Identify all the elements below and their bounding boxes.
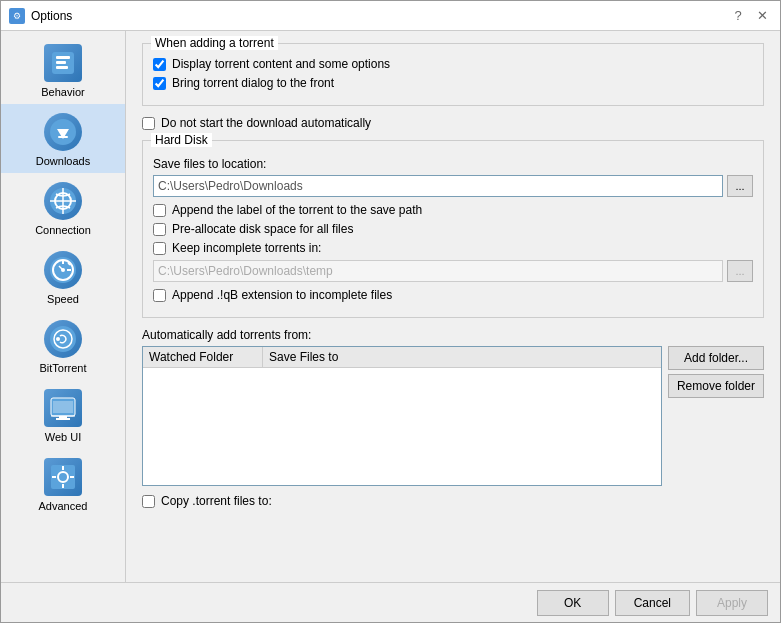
window-title: Options [31,9,722,23]
speed-icon [44,251,82,289]
content-area: When adding a torrent Display torrent co… [126,31,780,582]
keep-incomplete-label[interactable]: Keep incomplete torrents in: [172,241,321,255]
downloads-icon [44,113,82,151]
svg-rect-4 [56,61,66,64]
append-iqb-checkbox[interactable] [153,289,166,302]
watched-table-header: Watched Folder Save Files to [143,347,661,368]
copy-torrent-row: Copy .torrent files to: [142,494,764,508]
save-path-input[interactable] [153,175,723,197]
cancel-button[interactable]: Cancel [615,590,690,616]
no-auto-start-row: Do not start the download automatically [142,116,764,130]
help-button[interactable]: ? [728,6,748,26]
title-bar: ⚙ Options ? ✕ [1,1,780,31]
svg-rect-8 [58,136,68,138]
add-folder-button[interactable]: Add folder... [668,346,764,370]
svg-point-21 [56,337,60,341]
append-label-checkbox[interactable] [153,204,166,217]
sidebar-webui-label: Web UI [45,431,81,443]
watched-table-container: Watched Folder Save Files to Add folder.… [142,346,764,486]
sidebar-speed-label: Speed [47,293,79,305]
remove-folder-button[interactable]: Remove folder [668,374,764,398]
bring-dialog-checkbox[interactable] [153,77,166,90]
pre-allocate-label[interactable]: Pre-allocate disk space for all files [172,222,353,236]
pre-allocate-checkbox[interactable] [153,223,166,236]
svg-rect-3 [56,56,70,59]
speed-icon-container [43,250,83,290]
svg-rect-23 [53,401,73,413]
incomplete-path-row: ... [153,260,753,282]
no-auto-start-checkbox[interactable] [142,117,155,130]
sidebar-connection-label: Connection [35,224,91,236]
options-window: ⚙ Options ? ✕ [0,0,781,623]
svg-point-19 [61,268,65,272]
watched-buttons: Add folder... Remove folder [668,346,764,486]
bring-dialog-row: Bring torrent dialog to the front [153,76,753,90]
main-content: Behavior Downloads [1,31,780,582]
append-iqb-label[interactable]: Append .!qB extension to incomplete file… [172,288,392,302]
webui-icon-container [43,388,83,428]
svg-rect-25 [59,416,67,418]
window-controls: ? ✕ [728,6,772,26]
browse-save-path-button[interactable]: ... [727,175,753,197]
append-label-row: Append the label of the torrent to the s… [153,203,753,217]
advanced-icon-container [43,457,83,497]
watched-col-folder: Watched Folder [143,347,263,367]
sidebar-item-downloads[interactable]: Downloads [1,104,125,173]
bittorrent-icon-container [43,319,83,359]
window-icon: ⚙ [9,8,25,24]
behavior-icon-container [43,43,83,83]
sidebar-advanced-label: Advanced [39,500,88,512]
ok-button[interactable]: OK [537,590,609,616]
when-adding-label: When adding a torrent [151,36,278,50]
webui-icon [44,389,82,427]
sidebar-item-behavior[interactable]: Behavior [1,35,125,104]
watched-col-save: Save Files to [263,347,661,367]
close-button[interactable]: ✕ [752,6,772,26]
append-iqb-row: Append .!qB extension to incomplete file… [153,288,753,302]
keep-incomplete-checkbox[interactable] [153,242,166,255]
apply-button[interactable]: Apply [696,590,768,616]
no-auto-start-label[interactable]: Do not start the download automatically [161,116,371,130]
sidebar-item-speed[interactable]: Speed [1,242,125,311]
svg-rect-5 [56,66,68,69]
display-torrent-label[interactable]: Display torrent content and some options [172,57,390,71]
copy-torrent-label[interactable]: Copy .torrent files to: [161,494,272,508]
save-path-row: ... [153,175,753,197]
watched-table-body [143,368,661,478]
sidebar: Behavior Downloads [1,31,126,582]
hard-disk-group: Hard Disk Save files to location: ... Ap… [142,140,764,318]
svg-text:⚙: ⚙ [13,11,21,21]
content-scroll: When adding a torrent Display torrent co… [126,31,780,582]
behavior-icon [44,44,82,82]
display-torrent-checkbox[interactable] [153,58,166,71]
bittorrent-icon [44,320,82,358]
when-adding-group: When adding a torrent Display torrent co… [142,43,764,106]
auto-add-label: Automatically add torrents from: [142,328,764,342]
downloads-icon-container [43,112,83,152]
sidebar-bittorrent-label: BitTorrent [39,362,86,374]
keep-incomplete-row: Keep incomplete torrents in: [153,241,753,255]
connection-icon-container [43,181,83,221]
bottom-bar: OK Cancel Apply [1,582,780,622]
save-files-label: Save files to location: [153,157,753,171]
bring-dialog-label[interactable]: Bring torrent dialog to the front [172,76,334,90]
advanced-icon [44,458,82,496]
sidebar-item-connection[interactable]: Connection [1,173,125,242]
watched-folder-table: Watched Folder Save Files to [142,346,662,486]
sidebar-downloads-label: Downloads [36,155,90,167]
sidebar-item-advanced[interactable]: Advanced [1,449,125,518]
append-label-label[interactable]: Append the label of the torrent to the s… [172,203,422,217]
svg-rect-26 [56,418,70,420]
sidebar-behavior-label: Behavior [41,86,84,98]
sidebar-item-webui[interactable]: Web UI [1,380,125,449]
hard-disk-label: Hard Disk [151,133,212,147]
pre-allocate-row: Pre-allocate disk space for all files [153,222,753,236]
incomplete-path-input[interactable] [153,260,723,282]
display-torrent-row: Display torrent content and some options [153,57,753,71]
connection-icon [44,182,82,220]
browse-incomplete-button[interactable]: ... [727,260,753,282]
sidebar-item-bittorrent[interactable]: BitTorrent [1,311,125,380]
copy-torrent-checkbox[interactable] [142,495,155,508]
